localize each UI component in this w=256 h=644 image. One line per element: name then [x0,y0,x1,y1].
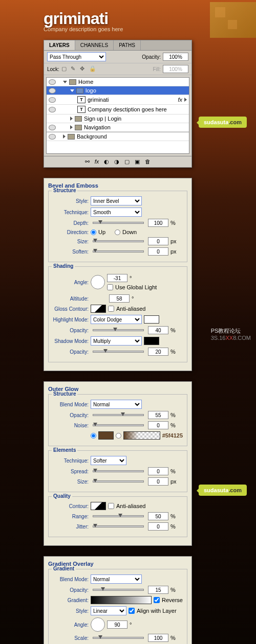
expand-icon[interactable] [70,117,73,121]
angle-dial[interactable] [91,275,105,289]
antialiased-checkbox[interactable] [108,306,114,312]
tab-paths[interactable]: PATHS [114,40,141,50]
list-item[interactable]: TCompany desctiption goes here [47,105,189,114]
soften-input[interactable] [148,247,168,256]
tab-layers[interactable]: LAYERS [44,40,75,50]
expand-icon[interactable] [63,134,66,139]
visibility-icon[interactable] [49,107,56,112]
angle-input[interactable] [107,620,127,629]
size-input[interactable] [148,237,168,245]
scale-slider[interactable] [93,637,144,639]
opacity-slider[interactable] [93,414,144,416]
list-item[interactable]: Background [47,132,189,141]
layer-name: Company desctiption goes here [88,106,167,112]
spread-slider[interactable] [93,470,144,472]
visibility-icon[interactable] [49,97,56,103]
technique-select[interactable]: Smooth [91,208,142,217]
fx-expand-icon[interactable] [184,98,187,102]
angle-dial[interactable] [91,617,105,632]
noise-input[interactable] [148,421,168,429]
align-checkbox[interactable] [129,608,135,614]
opacity-input[interactable] [148,586,168,594]
mask-icon[interactable]: ◐ [104,158,109,165]
gradient-radio[interactable] [116,433,121,439]
visibility-icon[interactable] [49,88,56,94]
blend-select[interactable]: Normal [91,574,142,584]
list-item[interactable]: Home [47,78,189,86]
new-folder-icon[interactable]: ▢ [124,158,130,165]
list-item[interactable]: Tgriminatifx [47,95,189,105]
contour-picker[interactable] [91,305,106,313]
tab-channels[interactable]: CHANNELS [75,40,114,50]
trash-icon[interactable]: 🗑 [145,158,151,165]
lock-paint-icon[interactable]: ✎ [71,65,78,73]
fx-badge[interactable]: fx [178,97,182,103]
visibility-icon[interactable] [49,125,56,130]
size-slider[interactable] [93,240,144,242]
scale-input[interactable] [148,634,168,642]
depth-slider[interactable] [93,222,144,224]
glow-color[interactable] [98,431,114,440]
blend-select[interactable]: Normal [91,400,142,409]
sh-opacity-slider[interactable] [93,351,144,353]
fill-input[interactable] [163,65,188,73]
sh-opacity-input[interactable] [148,348,168,356]
down-radio[interactable] [115,229,120,235]
hl-opacity-input[interactable] [148,326,168,334]
expand-icon[interactable] [70,125,73,129]
jitter-slider[interactable] [93,525,144,527]
list-item[interactable]: Sign up | Login [47,114,189,123]
angle-input[interactable] [107,274,127,282]
expand-icon[interactable] [63,81,67,83]
depth-input[interactable] [148,219,168,227]
text-layer-icon: T [77,106,86,113]
list-item[interactable]: Navigation [47,123,189,132]
folder-icon [69,79,76,85]
technique-select[interactable]: Softer [91,456,126,465]
new-layer-icon[interactable]: ▣ [135,158,140,165]
style-select[interactable]: Inner Bevel [91,196,142,205]
lock-all-icon[interactable]: 🔒 [89,65,96,73]
shadow-select[interactable]: Multiply [91,336,142,346]
size-slider[interactable] [93,480,144,482]
gloss-label: Gloss Contour: [53,306,89,312]
highlight-select[interactable]: Color Dodge [91,315,142,324]
gradient-picker[interactable] [123,431,160,440]
quality-group: Quality Contour:Anti-aliased Range:% Jit… [48,496,187,537]
jitter-input[interactable] [148,522,168,531]
link-icon[interactable]: ⚯ [85,158,90,165]
opacity-input[interactable] [163,53,188,61]
opacity-label: Opacity: [142,54,161,60]
reverse-checkbox[interactable] [154,597,160,603]
range-input[interactable] [148,512,168,520]
spread-input[interactable] [148,467,168,475]
up-radio[interactable] [91,229,96,235]
altitude-input[interactable] [109,294,130,303]
fx-icon[interactable]: fx [95,158,99,165]
size-input[interactable] [148,477,168,486]
layer-name: logo [86,87,96,94]
opacity-input[interactable] [148,411,168,419]
highlight-color[interactable] [144,315,159,324]
gradient-picker[interactable] [91,596,152,604]
contour-picker[interactable] [91,502,106,510]
visibility-icon[interactable] [49,134,56,140]
opacity-slider[interactable] [93,589,144,591]
lock-move-icon[interactable]: ✥ [80,65,87,73]
lock-trans-icon[interactable]: ▢ [61,65,69,73]
noise-slider[interactable] [93,424,144,426]
visibility-icon[interactable] [49,79,56,85]
style-select[interactable]: Linear [91,606,126,615]
global-light-checkbox[interactable] [107,284,113,290]
expand-icon[interactable] [70,89,74,92]
color-radio[interactable] [91,433,96,439]
shadow-color[interactable] [144,337,159,345]
hl-opacity-slider[interactable] [93,329,144,331]
adjustment-icon[interactable]: ◑ [114,158,119,165]
antialiased-checkbox[interactable] [108,503,114,509]
range-slider[interactable] [93,515,144,517]
list-item[interactable]: logo [47,86,189,95]
glow-dialog: Outer Glow Structure Blend Mode:Normal O… [44,381,192,546]
soften-slider[interactable] [93,250,144,252]
blend-mode-select[interactable]: Pass Through [47,52,106,61]
